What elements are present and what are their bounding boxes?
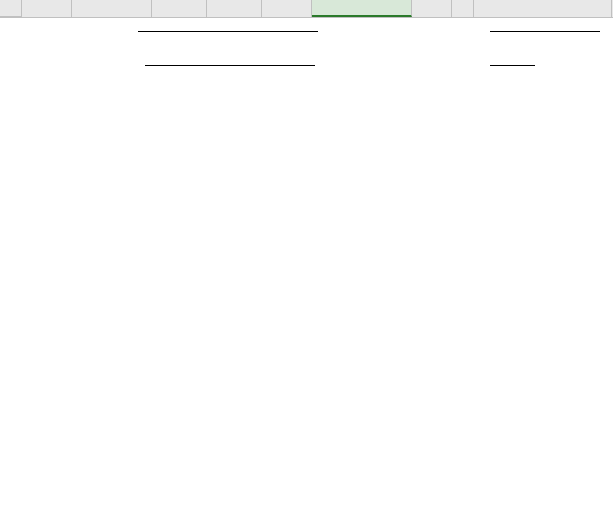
spreadsheet [0,0,613,18]
select-all-corner[interactable] [0,0,22,17]
col-header-A[interactable] [22,0,72,17]
blatt-underline [490,65,535,66]
col-header-D[interactable] [207,0,262,17]
col-header-F[interactable] [312,0,412,17]
col-header-I[interactable] [474,0,612,17]
aufnahmebereich-underline [138,31,318,32]
col-header-C[interactable] [152,0,207,17]
column-headers [0,0,613,18]
verantwortlicher-underline [145,65,315,66]
col-header-G[interactable] [412,0,452,17]
col-header-E[interactable] [262,0,312,17]
col-header-H[interactable] [452,0,474,17]
datum-underline [490,31,600,32]
col-header-B[interactable] [72,0,152,17]
